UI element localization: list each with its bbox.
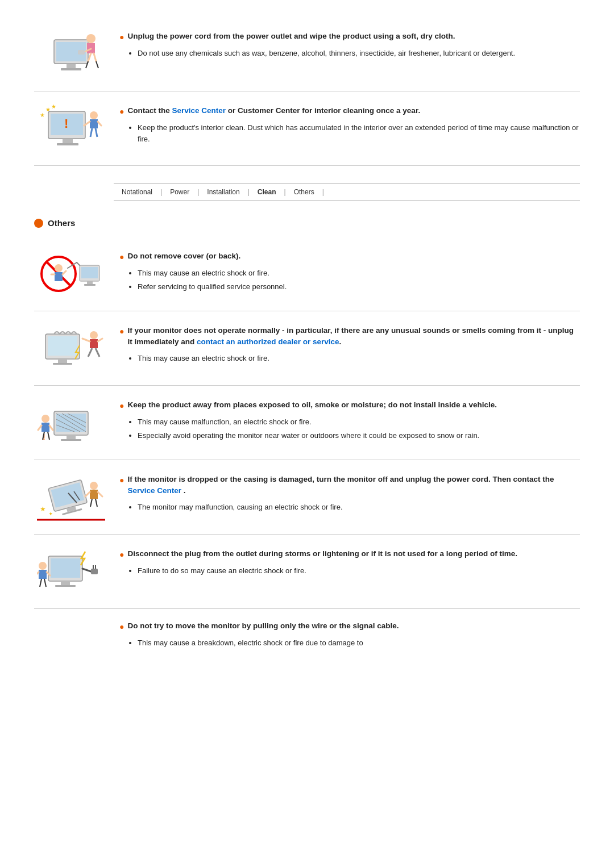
svg-text:★: ★: [40, 112, 45, 118]
svg-line-63: [48, 432, 49, 440]
warning-title-service: ● Contact the Service Center or Customer…: [119, 105, 580, 118]
warning-title-text-oil: Keep the product away from places expose…: [127, 399, 497, 411]
warning-title-text-unplug: Unplug the power cord from the power out…: [127, 31, 455, 42]
svg-text:!: !: [64, 116, 68, 131]
svg-rect-41: [53, 363, 72, 365]
bullet-item: Keep the product's interior clean. Dust …: [138, 122, 580, 144]
svg-rect-81: [61, 581, 70, 585]
svg-rect-39: [48, 336, 77, 356]
svg-rect-36: [87, 281, 93, 284]
bullet-icon-move: ●: [119, 621, 124, 633]
section-content-no-remove: ● Do not remove cover (or back). This ma…: [119, 248, 580, 294]
svg-rect-71: [90, 490, 98, 499]
svg-rect-18: [90, 119, 98, 128]
illus-service: ! ★ ★ ★: [37, 103, 105, 154]
svg-rect-43: [90, 339, 98, 348]
svg-rect-56: [61, 439, 81, 441]
svg-point-87: [39, 562, 47, 570]
bullet-icon-dropped: ●: [119, 474, 124, 486]
warning-title-unplug: ● Unplug the power cord from the power o…: [119, 31, 580, 43]
section-image-storms: [34, 546, 108, 597]
section-content-move: ● Do not try to move the monitor by pull…: [119, 618, 580, 651]
warning-title-oil: ● Keep the product away from places expo…: [119, 399, 580, 412]
svg-line-92: [44, 579, 46, 587]
warning-title-storms: ● Disconnect the plug from the outlet du…: [119, 548, 580, 561]
section-content-service: ● Contact the Service Center or Customer…: [119, 103, 580, 147]
warning-title-text-move: Do not try to move the monitor by pullin…: [127, 620, 399, 632]
bullet-list-service: Keep the product's interior clean. Dust …: [119, 122, 580, 144]
bullet-list-storms: Failure to do so may cause an electric s…: [119, 565, 580, 577]
nav-sep-5: |: [322, 188, 324, 196]
svg-rect-7: [78, 50, 85, 55]
svg-rect-88: [39, 570, 47, 579]
bullet-item: This may cause an electric shock or fire…: [138, 268, 580, 279]
svg-rect-3: [61, 68, 81, 70]
illus-unplug: [37, 28, 105, 80]
svg-rect-84: [91, 569, 98, 574]
section-abnormal-op: ● If your monitor does not operate norma…: [34, 311, 580, 386]
svg-point-4: [86, 34, 96, 43]
svg-point-17: [90, 111, 98, 119]
section-content-dropped: ● If the monitor is dropped or the casin…: [119, 471, 580, 515]
svg-rect-40: [58, 359, 67, 363]
section-image-dropped: ★ ✦: [34, 471, 108, 523]
section-content-storms: ● Disconnect the plug from the outlet du…: [119, 546, 580, 579]
svg-line-73: [85, 492, 90, 496]
svg-point-42: [90, 331, 98, 339]
section-image-unplug: [34, 28, 108, 80]
svg-text:★: ★: [51, 103, 56, 110]
warning-title-move: ● Do not try to move the monitor by pull…: [119, 620, 580, 633]
svg-line-72: [98, 492, 102, 496]
svg-line-11: [96, 61, 98, 68]
nav-item-clean[interactable]: Clean: [250, 188, 284, 196]
illus-oil: !: [37, 397, 105, 448]
svg-line-45: [98, 339, 102, 341]
nav-item-installation[interactable]: Installation: [199, 188, 247, 196]
bullet-item: Failure to do so may cause an electric s…: [138, 565, 580, 577]
svg-line-74: [90, 499, 92, 507]
section-image-service: ! ★ ★ ★: [34, 103, 108, 154]
bullet-item: This may cause malfunction, an electric …: [138, 416, 580, 428]
svg-line-44: [82, 339, 90, 341]
section-no-remove-cover: ● Do not remove cover (or back). This ma…: [34, 237, 580, 311]
section-oil-smoke: ! ● Keep the product away from places ex…: [34, 386, 580, 460]
svg-text:★: ★: [40, 505, 46, 513]
illus-dropped: ★ ✦: [37, 471, 105, 523]
section-do-not-move: ● Do not try to move the monitor by pull…: [34, 609, 580, 662]
svg-line-89: [37, 572, 39, 575]
section-content-oil: ● Keep the product away from places expo…: [119, 397, 580, 443]
others-section-header: Others: [34, 212, 580, 228]
svg-line-83: [82, 569, 91, 571]
nav-item-notational[interactable]: Notational: [114, 188, 160, 196]
nav-item-power[interactable]: Power: [162, 188, 197, 196]
bullet-icon-abnormal: ●: [119, 326, 124, 337]
service-center-link-2[interactable]: Service Center: [127, 486, 181, 495]
svg-line-60: [38, 425, 42, 430]
section-image-abnormal: [34, 323, 108, 374]
svg-point-70: [90, 482, 98, 490]
svg-line-10: [94, 53, 96, 61]
bullet-icon-service: ●: [119, 106, 124, 118]
others-header-text: Others: [48, 218, 75, 228]
warning-title-text-abnormal: If your monitor does not operate normall…: [127, 325, 580, 348]
service-center-link-1[interactable]: Service Center: [172, 106, 226, 115]
bullet-list-dropped: The monitor may malfunction, causing an …: [119, 502, 580, 513]
svg-line-31: [63, 271, 66, 274]
illus-storms: [37, 546, 105, 597]
svg-rect-35: [81, 267, 98, 278]
warning-title-abnormal: ● If your monitor does not operate norma…: [119, 325, 580, 348]
svg-rect-37: [84, 284, 96, 286]
svg-rect-55: [67, 435, 76, 439]
svg-line-21: [90, 128, 92, 137]
authorized-dealer-link[interactable]: contact an authorized dealer or service: [197, 337, 339, 346]
svg-line-61: [49, 425, 53, 430]
svg-rect-58: [42, 423, 49, 432]
bullet-item: Refer servicing to qualified service per…: [138, 281, 580, 293]
svg-rect-82: [55, 585, 76, 587]
svg-line-33: [77, 262, 80, 265]
bullet-list-unplug: Do not use any chemicals such as wax, be…: [119, 48, 580, 59]
illus-no-remove: [37, 248, 105, 299]
nav-item-others[interactable]: Others: [286, 188, 322, 196]
bullet-icon-oil: ●: [119, 400, 124, 412]
bullet-icon-unplug: ●: [119, 31, 124, 43]
